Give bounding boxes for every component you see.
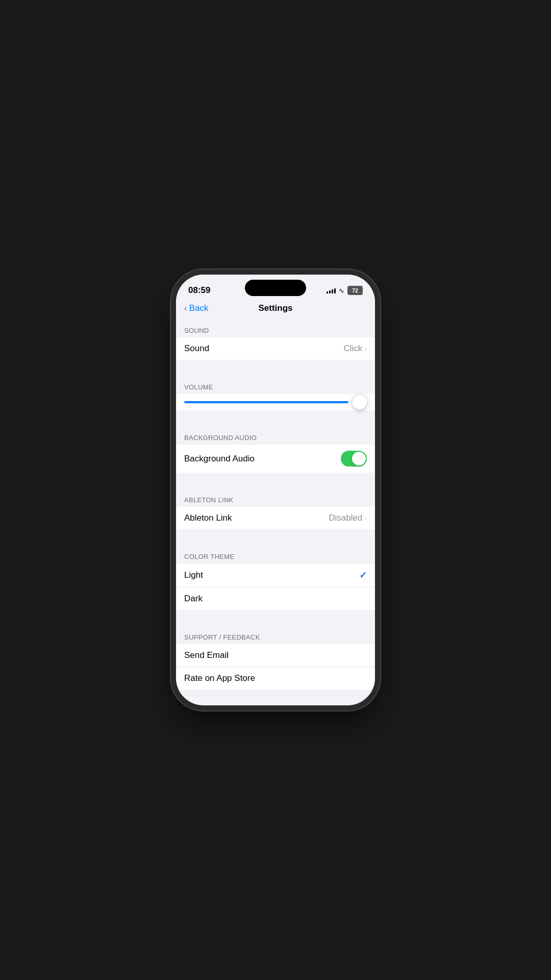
sound-label: Sound <box>184 344 209 354</box>
volume-group <box>176 394 375 410</box>
separator-1 <box>176 360 375 374</box>
separator-4 <box>176 529 375 544</box>
background-audio-section-header: BACKGROUND AUDIO <box>176 425 375 445</box>
background-audio-group: Background Audio <box>176 445 375 473</box>
color-theme-dark-label: Dark <box>184 594 203 604</box>
ableton-group: Ableton Link Disabled › <box>176 507 375 529</box>
support-group: Send Email Rate on App Store <box>176 644 375 690</box>
separator-6 <box>176 690 375 697</box>
sound-chevron-icon: › <box>364 345 367 353</box>
toggle-knob <box>352 452 366 465</box>
separator-2 <box>176 410 375 425</box>
color-theme-light-row[interactable]: Light ✓ <box>176 564 375 587</box>
volume-section-header: VOLUME <box>176 374 375 394</box>
volume-slider-handle[interactable] <box>353 395 367 409</box>
background-audio-row[interactable]: Background Audio <box>176 445 375 473</box>
page-title: Settings <box>258 303 292 313</box>
settings-content: SOUND Sound Click › VOLUME BACKGROUND AU… <box>176 317 375 697</box>
sound-value: Click › <box>343 344 367 354</box>
support-section-header: SUPPORT / FEEDBACK <box>176 624 375 644</box>
ableton-value-text: Disabled <box>329 513 362 523</box>
color-theme-section-header: COLOR THEME <box>176 544 375 564</box>
color-theme-group: Light ✓ Dark <box>176 564 375 610</box>
send-email-label: Send Email <box>184 650 229 660</box>
separator-5 <box>176 610 375 624</box>
separator-3 <box>176 473 375 487</box>
volume-slider-container <box>176 394 375 410</box>
ableton-value: Disabled › <box>329 513 367 523</box>
sound-group: Sound Click › <box>176 337 375 360</box>
ableton-section-header: ABLETON LINK <box>176 487 375 507</box>
dynamic-island <box>245 280 306 296</box>
color-theme-dark-row[interactable]: Dark <box>176 587 375 610</box>
status-icons: ∿ 72 <box>327 286 363 295</box>
ableton-link-row[interactable]: Ableton Link Disabled › <box>176 507 375 529</box>
rate-app-store-row[interactable]: Rate on App Store <box>176 667 375 690</box>
ableton-label: Ableton Link <box>184 513 232 523</box>
background-audio-toggle[interactable] <box>341 451 367 467</box>
wifi-icon: ∿ <box>339 287 344 295</box>
back-button[interactable]: ‹ Back <box>184 303 208 313</box>
color-theme-light-label: Light <box>184 570 203 580</box>
send-email-row[interactable]: Send Email <box>176 644 375 667</box>
back-label: Back <box>189 303 209 313</box>
nav-bar: ‹ Back Settings <box>176 300 375 317</box>
sound-row[interactable]: Sound Click › <box>176 337 375 360</box>
sound-section-header: SOUND <box>176 317 375 337</box>
ableton-chevron-icon: › <box>364 514 367 522</box>
battery-icon: 72 <box>347 286 363 295</box>
background-audio-label: Background Audio <box>184 454 255 464</box>
phone-shell: 08:59 ∿ 72 ‹ Back Settings SOUND Sound <box>176 275 375 705</box>
sound-value-text: Click <box>343 344 362 354</box>
status-bar: 08:59 ∿ 72 <box>176 275 375 300</box>
checkmark-icon: ✓ <box>359 570 367 581</box>
status-time: 08:59 <box>188 285 210 296</box>
volume-slider-track[interactable] <box>184 401 348 403</box>
chevron-left-icon: ‹ <box>184 303 187 313</box>
signal-bars-icon <box>327 287 336 293</box>
rate-app-store-label: Rate on App Store <box>184 673 255 683</box>
